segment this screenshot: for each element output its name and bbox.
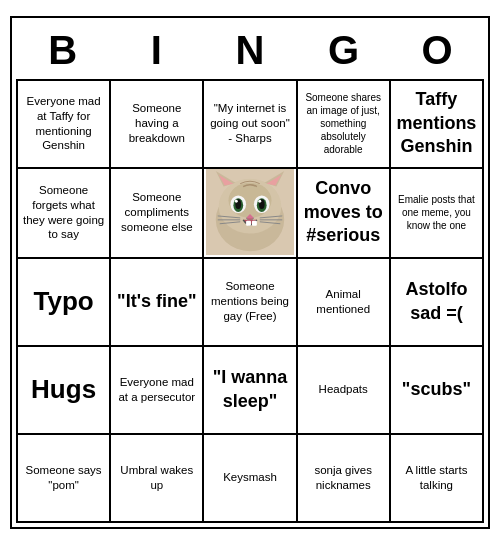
bingo-cell-18[interactable]: Headpats — [298, 347, 391, 435]
letter-i: I — [112, 28, 200, 73]
bingo-cell-17[interactable]: "I wanna sleep" — [204, 347, 297, 435]
bingo-cell-24[interactable]: A little starts talking — [391, 435, 484, 523]
letter-o: O — [393, 28, 481, 73]
bingo-cell-22[interactable]: Keysmash — [204, 435, 297, 523]
bingo-cell-4[interactable]: Taffy mentions Genshin — [391, 81, 484, 169]
letter-n: N — [206, 28, 294, 73]
bingo-cell-19[interactable]: "scubs" — [391, 347, 484, 435]
bingo-cell-2[interactable]: "My internet is going out soon" - Sharps — [204, 81, 297, 169]
svg-rect-17 — [246, 220, 251, 225]
bingo-grid: Everyone mad at Taffy for mentioning Gen… — [16, 79, 484, 523]
svg-point-14 — [235, 199, 238, 202]
bingo-cell-9[interactable]: Emalie posts that one meme, you know the… — [391, 169, 484, 259]
svg-rect-18 — [252, 220, 257, 225]
bingo-cell-14[interactable]: Astolfo sad =( — [391, 259, 484, 347]
bingo-cell-6[interactable]: Someone compliments someone else — [111, 169, 204, 259]
bingo-cell-21[interactable]: Umbral wakes up — [111, 435, 204, 523]
svg-point-15 — [258, 199, 261, 202]
bingo-cell-5[interactable]: Someone forgets what they were going to … — [18, 169, 111, 259]
bingo-cell-11[interactable]: "It's fine" — [111, 259, 204, 347]
bingo-cell-20[interactable]: Someone says "pom" — [18, 435, 111, 523]
bingo-cell-16[interactable]: Everyone mad at a persecutor — [111, 347, 204, 435]
bingo-cell-23[interactable]: sonja gives nicknames — [298, 435, 391, 523]
bingo-cell-3[interactable]: Someone shares an image of just, somethi… — [298, 81, 391, 169]
bingo-cell-8[interactable]: Convo moves to #serious — [298, 169, 391, 259]
letter-b: B — [19, 28, 107, 73]
bingo-cell-15[interactable]: Hugs — [18, 347, 111, 435]
letter-g: G — [300, 28, 388, 73]
bingo-cell-0[interactable]: Everyone mad at Taffy for mentioning Gen… — [18, 81, 111, 169]
bingo-card: B I N G O Everyone mad at Taffy for ment… — [10, 16, 490, 529]
bingo-cell-12[interactable]: Someone mentions being gay (Free) — [204, 259, 297, 347]
bingo-cell-13[interactable]: Animal mentioned — [298, 259, 391, 347]
bingo-cell-1[interactable]: Someone having a breakdown — [111, 81, 204, 169]
bingo-cell-10[interactable]: Typo — [18, 259, 111, 347]
bingo-header: B I N G O — [16, 22, 484, 79]
bingo-cell-7[interactable] — [204, 169, 297, 259]
